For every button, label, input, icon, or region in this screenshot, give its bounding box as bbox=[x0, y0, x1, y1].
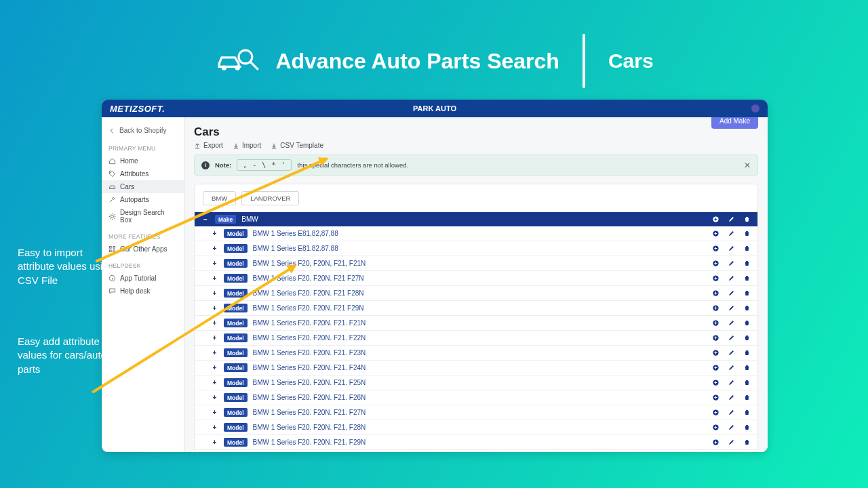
edit-icon[interactable] bbox=[728, 274, 735, 282]
add-icon[interactable] bbox=[712, 245, 719, 252]
delete-icon[interactable] bbox=[743, 260, 751, 267]
edit-icon[interactable] bbox=[728, 409, 735, 416]
delete-icon[interactable] bbox=[743, 245, 751, 252]
model-name[interactable]: BMW 1 Series F20. F20N. F21. F29N bbox=[253, 439, 366, 446]
expand-icon[interactable]: + bbox=[211, 394, 218, 401]
download-icon bbox=[271, 142, 277, 149]
delete-icon[interactable] bbox=[743, 319, 751, 327]
edit-icon[interactable] bbox=[728, 260, 735, 267]
collapse-icon[interactable]: − bbox=[201, 216, 210, 224]
edit-icon[interactable] bbox=[728, 364, 735, 371]
model-name[interactable]: BMW 1 Series F20. F20N. F21. F24N bbox=[253, 364, 366, 371]
edit-icon[interactable] bbox=[728, 424, 735, 431]
upload-icon bbox=[194, 142, 201, 149]
model-name[interactable]: BMW 1 Series F20. F20N. F21 F29N bbox=[253, 304, 364, 312]
model-name[interactable]: BMW 1 Series F20. F20N. F21. F21N bbox=[253, 319, 366, 327]
delete-icon[interactable] bbox=[743, 424, 751, 431]
expand-icon[interactable]: + bbox=[211, 439, 218, 446]
edit-icon[interactable] bbox=[728, 216, 735, 223]
sidebar-item-cars[interactable]: Cars bbox=[102, 180, 184, 193]
page-title: Cars bbox=[194, 125, 323, 139]
expand-icon[interactable]: + bbox=[211, 349, 218, 357]
add-icon[interactable] bbox=[712, 439, 719, 446]
edit-icon[interactable] bbox=[728, 439, 735, 446]
model-name[interactable]: BMW 1 Series F20. F20N. F21. F28N bbox=[253, 424, 366, 431]
add-icon[interactable] bbox=[712, 274, 719, 282]
add-make-button[interactable]: Add Make bbox=[711, 117, 758, 129]
sidebar-item-home[interactable]: Home bbox=[102, 155, 184, 167]
add-icon[interactable] bbox=[712, 304, 719, 312]
model-name[interactable]: BMW 1 Series F20. F20N. F21 F28N bbox=[253, 289, 364, 297]
delete-icon[interactable] bbox=[743, 439, 751, 446]
add-icon[interactable] bbox=[712, 289, 719, 297]
model-name[interactable]: BMW 1 Series F20. F20N. F21. F27N bbox=[253, 409, 366, 416]
expand-icon[interactable]: + bbox=[211, 409, 218, 416]
delete-icon[interactable] bbox=[743, 289, 751, 297]
edit-icon[interactable] bbox=[728, 289, 735, 297]
sidebar-item-design-search-box[interactable]: Design Search Box bbox=[102, 206, 184, 226]
delete-icon[interactable] bbox=[743, 379, 751, 386]
expand-icon[interactable]: + bbox=[211, 230, 218, 237]
edit-icon[interactable] bbox=[728, 304, 735, 312]
expand-icon[interactable]: + bbox=[211, 364, 218, 371]
model-actions bbox=[712, 424, 751, 431]
back-to-shopify[interactable]: Back to Shopify bbox=[102, 123, 184, 138]
delete-icon[interactable] bbox=[743, 394, 751, 401]
model-name[interactable]: BMW 1 Series F20. F20N. F21. F26N bbox=[253, 394, 366, 401]
expand-icon[interactable]: + bbox=[211, 304, 218, 312]
add-icon[interactable] bbox=[712, 260, 719, 267]
add-icon[interactable] bbox=[712, 319, 719, 327]
model-name[interactable]: BMW 1 Series E81.82.87.88 bbox=[253, 245, 338, 252]
sidebar-item-attributes[interactable]: Attributes bbox=[102, 167, 184, 180]
add-icon[interactable] bbox=[712, 394, 719, 401]
edit-icon[interactable] bbox=[728, 245, 735, 252]
delete-icon[interactable] bbox=[743, 334, 751, 342]
expand-icon[interactable]: + bbox=[211, 245, 218, 252]
edit-icon[interactable] bbox=[728, 334, 735, 342]
close-icon[interactable]: ✕ bbox=[744, 161, 751, 170]
model-name[interactable]: BMW 1 Series F20. F20N. F21. F25N bbox=[253, 379, 366, 386]
csv-template-button[interactable]: CSV Template bbox=[271, 142, 323, 149]
edit-icon[interactable] bbox=[728, 319, 735, 327]
expand-icon[interactable]: + bbox=[211, 289, 218, 297]
add-icon[interactable] bbox=[712, 349, 719, 357]
expand-icon[interactable]: + bbox=[211, 379, 218, 386]
import-button[interactable]: Import bbox=[233, 142, 261, 149]
expand-icon[interactable]: + bbox=[211, 424, 218, 431]
model-badge: Model bbox=[224, 378, 248, 387]
delete-icon[interactable] bbox=[743, 230, 751, 237]
delete-icon[interactable] bbox=[743, 349, 751, 357]
sidebar-item-help-desk[interactable]: Help desk bbox=[102, 285, 184, 298]
svg-rect-10 bbox=[109, 250, 111, 252]
model-row: +ModelBMW 1 Series F20. F20N. F21. F22N bbox=[195, 331, 757, 346]
add-icon[interactable] bbox=[712, 379, 719, 386]
delete-icon[interactable] bbox=[743, 364, 751, 371]
expand-icon[interactable]: + bbox=[211, 334, 218, 342]
edit-icon[interactable] bbox=[728, 230, 735, 237]
add-icon[interactable] bbox=[712, 424, 719, 431]
delete-icon[interactable] bbox=[743, 274, 751, 282]
expand-icon[interactable]: + bbox=[211, 319, 218, 327]
add-icon[interactable] bbox=[712, 216, 719, 223]
sidebar-item-autoparts[interactable]: Autoparts bbox=[102, 193, 184, 206]
model-name[interactable]: BMW 1 Series F20. F20N. F21. F22N bbox=[253, 334, 366, 342]
edit-icon[interactable] bbox=[728, 349, 735, 357]
add-icon[interactable] bbox=[712, 334, 719, 342]
add-icon[interactable] bbox=[712, 409, 719, 416]
model-name[interactable]: BMW 1 Series F20. F20N. F21. F23N bbox=[253, 349, 366, 357]
expand-icon[interactable]: + bbox=[211, 274, 218, 282]
expand-icon[interactable]: + bbox=[211, 260, 218, 267]
user-menu[interactable] bbox=[751, 104, 760, 113]
add-icon[interactable] bbox=[712, 230, 719, 237]
edit-icon[interactable] bbox=[728, 394, 735, 401]
edit-icon[interactable] bbox=[728, 379, 735, 386]
model-name[interactable]: BMW 1 Series E81,82,87,88 bbox=[253, 230, 338, 237]
delete-icon[interactable] bbox=[743, 216, 751, 223]
delete-icon[interactable] bbox=[743, 409, 751, 416]
model-name[interactable]: BMW 1 Series F20, F20N, F21, F21N bbox=[253, 260, 366, 267]
tab-bmw[interactable]: BMW bbox=[203, 191, 236, 205]
export-button[interactable]: Export bbox=[194, 142, 223, 149]
add-icon[interactable] bbox=[712, 364, 719, 371]
sidebar-item-app-tutorial[interactable]: App Tutorial bbox=[102, 272, 184, 285]
delete-icon[interactable] bbox=[743, 304, 751, 312]
